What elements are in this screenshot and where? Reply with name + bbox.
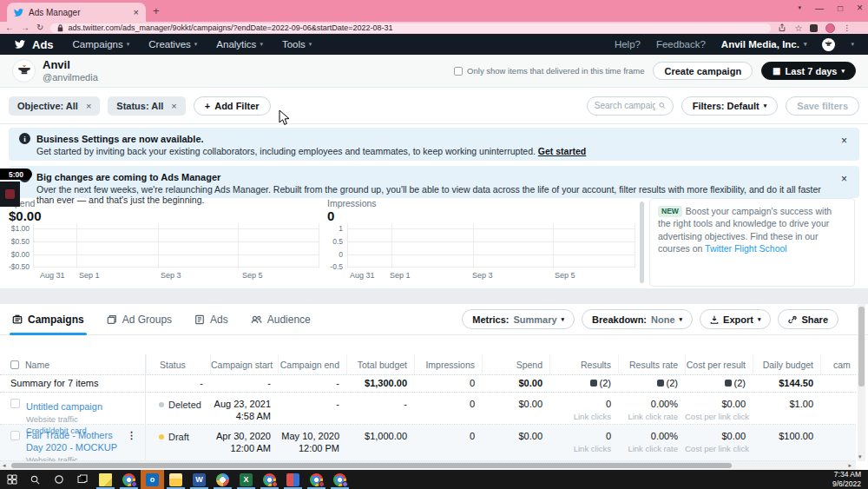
campaign-name-link[interactable]: Untitled campaign: [26, 401, 102, 412]
campaign-name-link[interactable]: Fair Trade - Mothers Day 2020 - MOCKUP: [26, 430, 129, 454]
bookmark-star-icon[interactable]: ☆: [794, 23, 802, 33]
share-icon[interactable]: [778, 23, 786, 32]
browser-menu-icon[interactable]: ⋮: [843, 23, 851, 32]
delivered-checkbox-label: Only show items that delivered in this t…: [467, 66, 644, 76]
task-view-button[interactable]: [70, 470, 94, 489]
delivered-filter[interactable]: Only show items that delivered in this t…: [454, 66, 644, 76]
column-header-campaign-start[interactable]: Campaign start: [210, 354, 278, 374]
table-row[interactable]: Untitled campaign Website traffic Credit…: [0, 393, 856, 425]
taskbar-excel[interactable]: X: [234, 470, 258, 489]
chevron-down-icon: ▾: [194, 41, 198, 48]
taskbar-app-9[interactable]: [281, 470, 305, 489]
select-all-checkbox[interactable]: [10, 360, 19, 369]
cortana-button[interactable]: [47, 470, 70, 489]
taskbar-search-button[interactable]: [23, 470, 47, 489]
taskbar-chrome-1[interactable]: [117, 470, 141, 489]
create-campaign-button[interactable]: Create campaign: [653, 62, 753, 80]
browser-forward-button[interactable]: →: [21, 23, 30, 32]
export-button[interactable]: Export ▾: [700, 309, 771, 329]
table-row[interactable]: Fair Trade - Mothers Day 2020 - MOCKUP W…: [0, 425, 856, 461]
breakdown-button[interactable]: Breakdown: None ▾: [582, 309, 693, 329]
taskbar-chrome-2[interactable]: [258, 470, 281, 489]
tab-audience[interactable]: Audience: [251, 304, 311, 335]
new-tab-button[interactable]: +: [153, 4, 160, 17]
taskbar-chrome-3[interactable]: [305, 470, 328, 489]
delivered-checkbox[interactable]: [454, 67, 463, 76]
impressions-value: 0: [327, 208, 638, 224]
share-button[interactable]: Share: [778, 309, 838, 329]
column-header-cost-per-result[interactable]: Cost per result: [685, 354, 753, 374]
horizontal-scrollbar-thumb[interactable]: [11, 463, 732, 468]
column-header-campaign-end[interactable]: Campaign end: [278, 354, 346, 374]
nav-analytics[interactable]: Analytics▾: [216, 39, 263, 50]
remove-filter-icon[interactable]: ×: [86, 101, 91, 111]
filter-chip-status[interactable]: Status: All ×: [108, 96, 185, 116]
nav-creatives[interactable]: Creatives▾: [148, 39, 197, 50]
taskbar-outlook[interactable]: o: [141, 470, 164, 489]
tab-search-icon[interactable]: ▾: [798, 4, 801, 11]
taskbar-chrome-4[interactable]: [328, 470, 352, 489]
banner-close-icon[interactable]: ×: [841, 173, 847, 185]
tab-campaigns[interactable]: Campaigns: [12, 304, 84, 335]
vertical-scrollbar[interactable]: ▾: [858, 304, 865, 461]
scroll-left-icon[interactable]: ◂: [3, 462, 6, 469]
account-menu[interactable]: Anvil Media, Inc.▾: [721, 39, 807, 50]
search-input[interactable]: [595, 101, 655, 110]
tab-ad-groups[interactable]: Ad Groups: [107, 304, 172, 335]
row-menu-icon[interactable]: ⋮: [127, 430, 136, 441]
flight-school-link[interactable]: Twitter Flight School: [705, 243, 787, 254]
tab-close-icon[interactable]: ×: [134, 7, 139, 17]
recorder-widget[interactable]: [0, 182, 20, 207]
browser-back-button[interactable]: ←: [5, 23, 14, 32]
feedback-link[interactable]: Feedback?: [656, 39, 706, 50]
filter-chip-objective[interactable]: Objective: All ×: [9, 96, 100, 116]
window-minimize-button[interactable]: —: [815, 3, 824, 13]
scroll-right-icon[interactable]: ▸: [848, 462, 852, 469]
taskbar-word[interactable]: W: [187, 470, 211, 489]
row-checkbox[interactable]: [10, 399, 20, 408]
browser-reload-button[interactable]: ↻: [36, 23, 43, 32]
date-range-button[interactable]: ▦ Last 7 days ▾: [761, 62, 856, 80]
column-header-results-rate[interactable]: Results rate: [618, 354, 685, 374]
address-bar[interactable]: ads.twitter.com/ads_manager/9okkt/campai…: [50, 23, 771, 33]
column-header-status[interactable]: Status: [146, 354, 210, 374]
nav-tools[interactable]: Tools▾: [282, 39, 312, 50]
get-started-link[interactable]: Get started: [538, 146, 586, 156]
tab-ads[interactable]: Ads: [194, 304, 228, 335]
scroll-down-icon[interactable]: ▾: [858, 453, 862, 460]
metrics-scrollbar[interactable]: [640, 202, 644, 283]
column-header-impressions[interactable]: Impressions: [414, 354, 482, 374]
taskbar-pie-app[interactable]: [211, 470, 234, 489]
taskbar-file-explorer[interactable]: [164, 470, 187, 489]
column-header-spend[interactable]: Spend: [482, 354, 549, 374]
browser-profile-avatar[interactable]: [825, 23, 835, 33]
nav-campaigns[interactable]: Campaigns▾: [73, 39, 130, 50]
help-link[interactable]: Help?: [615, 39, 641, 50]
ads-brand[interactable]: Ads: [14, 38, 54, 51]
column-header-results[interactable]: Results: [549, 354, 618, 374]
remove-filter-icon[interactable]: ×: [171, 101, 176, 111]
add-filter-button[interactable]: + Add Filter: [194, 96, 271, 116]
account-header-avatar[interactable]: [12, 59, 36, 83]
row-checkbox[interactable]: [10, 431, 20, 440]
side-panel-icon[interactable]: [810, 24, 818, 32]
window-maximize-button[interactable]: □: [838, 3, 843, 13]
filters-default-button[interactable]: Filters: Default ▾: [681, 96, 779, 116]
chevron-down-icon[interactable]: ▾: [851, 41, 854, 48]
account-avatar[interactable]: [822, 38, 835, 51]
column-header-campaign-truncated[interactable]: cam: [820, 354, 857, 374]
save-filters-button[interactable]: Save filters: [786, 96, 859, 116]
search-campaigns-box[interactable]: [587, 96, 674, 116]
taskbar-clock[interactable]: 7:34 AM 9/6/2022: [832, 470, 868, 489]
window-close-button[interactable]: ×: [857, 2, 863, 14]
taskbar-sticky-notes[interactable]: [94, 470, 117, 489]
banner-close-icon[interactable]: ×: [841, 135, 847, 147]
horizontal-scrollbar[interactable]: ◂ ▸: [0, 461, 856, 470]
vertical-scrollbar-thumb[interactable]: [858, 307, 865, 387]
column-header-daily-budget[interactable]: Daily budget: [753, 354, 820, 374]
column-header-total-budget[interactable]: Total budget: [346, 354, 414, 374]
metrics-summary-button[interactable]: Metrics: Summary ▾: [462, 309, 575, 329]
browser-tab[interactable]: Ads Manager ×: [7, 3, 146, 22]
column-header-name[interactable]: Name: [0, 354, 146, 374]
start-button[interactable]: [0, 470, 23, 489]
